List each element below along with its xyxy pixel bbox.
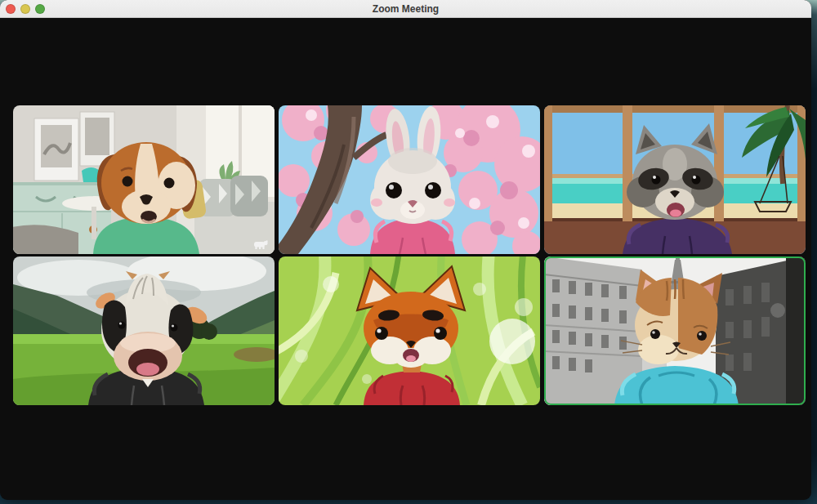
raccoon-beach-scene	[544, 105, 806, 254]
dog-living-room-scene	[13, 105, 275, 254]
video-tile-raccoon[interactable]	[544, 105, 806, 254]
desktop: Zoom Meeting	[0, 0, 817, 504]
cat-paris-scene	[544, 256, 806, 405]
pillow	[199, 176, 268, 216]
cow-valley-scene	[13, 256, 275, 405]
dog-avatar	[93, 142, 199, 254]
video-tile-rabbit[interactable]	[279, 105, 540, 254]
window-titlebar[interactable]: Zoom Meeting	[0, 0, 811, 18]
window-title: Zoom Meeting	[0, 0, 811, 18]
rabbit-blossom-scene	[279, 105, 540, 254]
paris-right-building	[716, 256, 806, 405]
video-tile-fox[interactable]	[279, 256, 540, 405]
video-tile-dog[interactable]	[13, 105, 275, 254]
fox-grass-scene	[279, 256, 540, 405]
gallery-view	[0, 18, 811, 500]
video-tile-cat[interactable]	[544, 256, 806, 405]
video-tile-cow[interactable]	[13, 256, 275, 405]
zoom-meeting-window: Zoom Meeting	[0, 0, 811, 500]
